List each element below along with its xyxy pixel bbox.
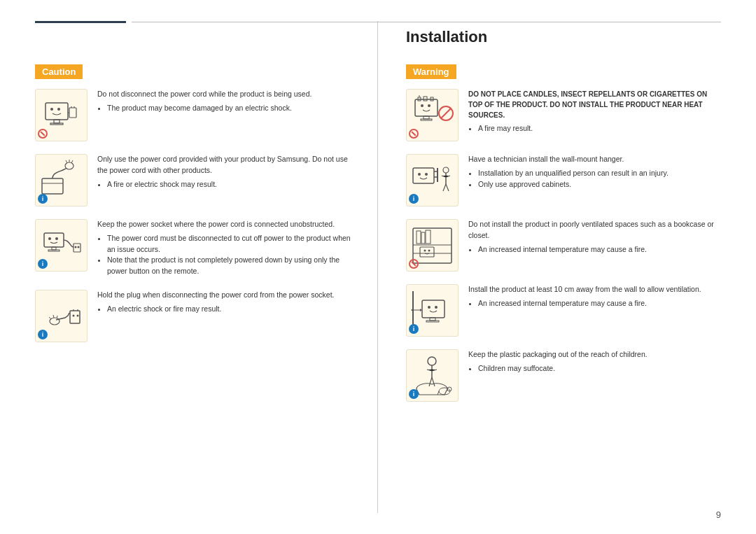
- top-rule: [35, 21, 721, 23]
- install-bullet-4-1: An increased internal temperature may ca…: [478, 298, 721, 309]
- svg-point-47: [443, 167, 449, 173]
- caution-item-2: i Only use the power cord provided with …: [35, 154, 356, 206]
- svg-point-21: [78, 246, 80, 248]
- svg-rect-54: [416, 231, 421, 244]
- install-illus-5: i: [406, 349, 458, 402]
- svg-rect-38: [421, 119, 432, 120]
- install-item-2: i Have a technician install the wall-mou…: [406, 154, 721, 206]
- svg-rect-48: [413, 228, 451, 263]
- caution-illus-2: i: [35, 154, 88, 206]
- install-item-5: i Keep the plastic packaging out of the …: [406, 349, 721, 402]
- svg-rect-56: [426, 230, 430, 244]
- caution-bullet-1-1: The product may become damaged by an ele…: [107, 103, 356, 114]
- svg-point-43: [425, 173, 428, 176]
- svg-point-66: [428, 357, 436, 365]
- caution-bullet-3-2: Note that the product is not completely …: [107, 255, 356, 277]
- no-symbol-badge-i1: [409, 129, 419, 139]
- warning-badge: Warning: [406, 64, 456, 79]
- caution-item-3: i Keep the power socket where the power …: [35, 219, 356, 277]
- svg-rect-55: [421, 232, 425, 244]
- info-badge-2: i: [38, 194, 48, 204]
- caution-illus-1: [35, 89, 88, 141]
- svg-rect-0: [46, 103, 68, 120]
- caution-illus-3: i: [35, 219, 88, 272]
- svg-point-16: [55, 237, 58, 240]
- svg-point-3: [50, 108, 53, 111]
- svg-line-11: [66, 160, 67, 163]
- right-column: Installation Warning: [378, 21, 721, 513]
- svg-rect-19: [74, 244, 80, 252]
- svg-point-62: [428, 306, 430, 309]
- install-bullet-3-1: An increased internal temperature may ca…: [478, 244, 721, 255]
- caution-main-1: Do not disconnect the power cord while t…: [97, 89, 356, 100]
- install-illus-2: i: [406, 154, 458, 206]
- svg-rect-5: [69, 108, 76, 118]
- svg-rect-14: [44, 233, 64, 247]
- top-rule-dark: [35, 21, 126, 23]
- caution-main-3: Keep the power socket where the power co…: [97, 219, 356, 230]
- svg-point-20: [75, 246, 77, 248]
- svg-point-53: [428, 250, 430, 252]
- install-item-4: i Install the product at least 10 cm awa…: [406, 284, 721, 337]
- caution-badge: Caution: [35, 64, 83, 79]
- info-badge-i2: i: [409, 194, 419, 204]
- caution-bullet-2-1: A fire or electric shock may result.: [107, 179, 356, 190]
- svg-marker-59: [411, 309, 413, 311]
- svg-rect-61: [422, 300, 444, 318]
- install-item-1: DO NOT PLACE CANDLES, INSECT REPELLANTS …: [406, 89, 721, 141]
- svg-rect-2: [50, 123, 63, 125]
- no-symbol-badge-i3: [409, 259, 419, 269]
- info-badge-i5: i: [409, 389, 419, 399]
- svg-line-29: [53, 315, 54, 318]
- install-illus-4: i: [406, 284, 458, 337]
- svg-rect-9: [42, 178, 63, 194]
- install-bullet-2-2: Only use approved cabinets.: [478, 179, 721, 190]
- caution-label: Caution: [35, 56, 356, 89]
- caution-item-1: Do not disconnect the power cord while t…: [35, 89, 356, 141]
- svg-point-15: [48, 237, 51, 240]
- svg-point-26: [77, 314, 79, 316]
- svg-rect-35: [424, 97, 427, 101]
- install-text-2: Have a technician install the wall-mount…: [468, 154, 721, 190]
- caution-main-2: Only use the power cord provided with yo…: [97, 154, 356, 176]
- caution-bullet-3-1: The power cord must be disconnected to c…: [107, 233, 356, 255]
- svg-point-10: [65, 162, 74, 169]
- install-main-3: Do not install the product in poorly ven…: [468, 219, 721, 241]
- install-text-5: Keep the plastic packaging out of the re…: [468, 349, 721, 374]
- info-badge-i4: i: [409, 324, 419, 334]
- install-main-4: Install the product at least 10 cm away …: [468, 284, 721, 295]
- caution-illus-4: i: [35, 290, 88, 342]
- install-illus-1: [406, 89, 458, 141]
- install-bullet-5-1: Children may suffocate.: [478, 363, 721, 374]
- install-main-2: Have a technician install the wall-mount…: [468, 154, 721, 165]
- svg-rect-65: [426, 321, 439, 322]
- svg-point-25: [73, 314, 75, 316]
- caution-item-4: i Hold the plug when disconnecting the p…: [35, 290, 356, 342]
- top-rule-light: [132, 22, 721, 22]
- svg-point-63: [435, 306, 438, 309]
- install-bullet-1-1: A fire may result.: [478, 123, 721, 134]
- install-text-1: DO NOT PLACE CANDLES, INSECT REPELLANTS …: [468, 89, 721, 134]
- svg-line-28: [49, 317, 51, 319]
- left-column: Caution: [35, 21, 378, 513]
- svg-point-32: [421, 104, 424, 107]
- install-item-3: Do not install the product in poorly ven…: [406, 219, 721, 272]
- svg-rect-41: [413, 168, 434, 183]
- svg-point-42: [418, 173, 421, 176]
- caution-text-4: Hold the plug when disconnecting the pow…: [97, 290, 356, 315]
- warning-label: Warning: [406, 56, 721, 89]
- caution-text-3: Keep the power socket where the power co…: [97, 219, 356, 277]
- caution-bullet-4-1: An electric shock or fire may result.: [107, 304, 356, 315]
- install-text-3: Do not install the product in poorly ven…: [468, 219, 721, 255]
- info-badge-3: i: [38, 259, 48, 269]
- svg-line-13: [71, 160, 73, 163]
- caution-text-2: Only use the power cord provided with yo…: [97, 154, 356, 190]
- svg-rect-31: [415, 99, 438, 116]
- no-symbol-badge: [38, 129, 48, 139]
- info-badge-4: i: [38, 330, 48, 339]
- install-bullet-2-1: Installation by an unqualified person ca…: [478, 168, 721, 179]
- svg-rect-18: [48, 250, 59, 251]
- page-number: 9: [716, 510, 721, 520]
- svg-point-52: [424, 250, 426, 252]
- svg-line-40: [441, 108, 451, 118]
